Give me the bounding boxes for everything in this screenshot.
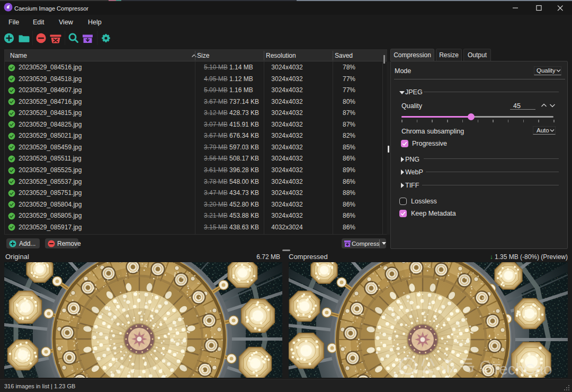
svg-text:TechCao: TechCao: [491, 361, 552, 378]
